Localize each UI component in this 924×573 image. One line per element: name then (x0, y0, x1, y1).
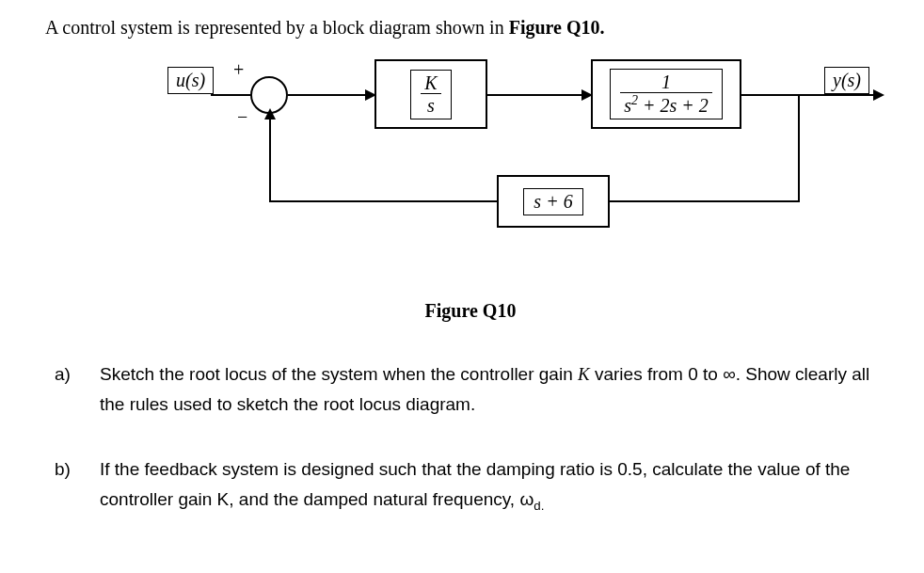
question-b-marker: b) (45, 454, 100, 517)
line (610, 200, 800, 202)
arrowhead-right-icon (581, 89, 593, 101)
line (269, 200, 497, 202)
line (211, 94, 250, 96)
intro-line: A control system is represented by a blo… (45, 17, 896, 39)
intro-pre: A control system is represented by a blo… (45, 17, 509, 38)
plant-den: s2 + 2s + 2 (620, 93, 712, 117)
plant-formula: 1 s2 + 2s + 2 (610, 69, 723, 119)
arrowhead-up-icon (264, 108, 276, 119)
line (269, 114, 271, 202)
intro-bold: Figure Q10. (509, 17, 605, 38)
question-a-marker: a) (45, 359, 100, 421)
line (487, 94, 591, 96)
question-b-text: If the feedback system is designed such … (100, 454, 896, 517)
sum-minus-sign: − (237, 106, 247, 128)
question-list: a) Sketch the root locus of the system w… (45, 359, 896, 517)
feedback-block: s + 6 (497, 175, 610, 228)
plant-num: 1 (620, 72, 712, 93)
output-label: y(s) (824, 67, 869, 94)
controller-den: s (421, 94, 440, 117)
question-b: b) If the feedback system is designed su… (45, 454, 896, 517)
controller-formula: K s (410, 70, 451, 119)
question-a: a) Sketch the root locus of the system w… (45, 359, 896, 421)
block-diagram: u(s) y(s) + − K s 1 s2 + 2s + 2 s + 6 (120, 67, 911, 293)
controller-num: K (421, 72, 440, 94)
line (741, 94, 883, 96)
arrowhead-right-icon (873, 89, 884, 101)
feedback-formula: s + 6 (523, 188, 582, 215)
line (288, 94, 374, 96)
controller-block: K s (374, 59, 487, 129)
question-a-text: Sketch the root locus of the system when… (100, 359, 896, 421)
sum-plus-sign: + (233, 59, 244, 81)
arrowhead-right-icon (365, 89, 376, 101)
plant-block: 1 s2 + 2s + 2 (591, 59, 741, 129)
input-label: u(s) (167, 67, 214, 94)
line (798, 94, 800, 201)
figure-caption: Figure Q10 (45, 300, 896, 322)
